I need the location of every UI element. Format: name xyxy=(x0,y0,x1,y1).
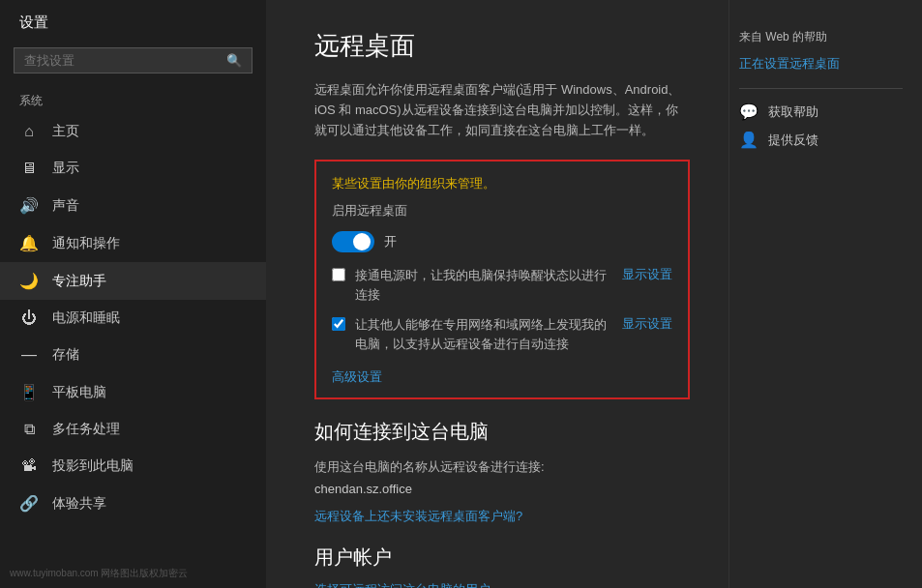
display-icon: 🖥 xyxy=(19,160,39,177)
sidebar-item-notifications[interactable]: 🔔 通知和操作 xyxy=(0,224,266,262)
user-access-link[interactable]: 选择可远程访问这台电脑的用户 xyxy=(314,582,491,588)
focus-icon: 🌙 xyxy=(19,272,39,290)
get-help-item[interactable]: 💬 获取帮助 xyxy=(739,103,903,121)
sidebar-item-home-label: 主页 xyxy=(52,123,79,140)
connect-section-title: 如何连接到这台电脑 xyxy=(314,419,690,445)
sidebar-item-power-label: 电源和睡眠 xyxy=(52,309,120,327)
sidebar-item-display[interactable]: 🖥 显示 xyxy=(0,150,266,187)
show-settings-link-1[interactable]: 显示设置 xyxy=(622,266,672,283)
right-panel-title: 来自 Web 的帮助 xyxy=(739,29,903,45)
search-icon: 🔍 xyxy=(226,53,242,68)
checkbox1-content: 接通电源时，让我的电脑保持唤醒状态以进行连接 xyxy=(332,266,614,304)
main-content: 远程桌面 远程桌面允许你使用远程桌面客户端(适用于 Windows、Androi… xyxy=(266,0,729,588)
sidebar-item-multitask-label: 多任务处理 xyxy=(52,421,120,438)
feedback-label: 提供反馈 xyxy=(768,132,818,149)
sidebar-item-sound[interactable]: 🔊 声音 xyxy=(0,187,266,224)
power-icon: ⏻ xyxy=(19,309,39,327)
checkbox2-label: 让其他人能够在专用网络和域网络上发现我的电脑，以支持从远程设备进行自动连接 xyxy=(355,315,614,353)
right-panel: 来自 Web 的帮助 正在设置远程桌面 💬 获取帮助 👤 提供反馈 xyxy=(729,0,922,588)
setup-remote-link[interactable]: 正在设置远程桌面 xyxy=(739,55,903,73)
sidebar-item-tablet-label: 平板电脑 xyxy=(52,384,106,401)
sidebar: 设置 🔍 系统 ⌂ 主页 🖥 显示 🔊 声音 🔔 通知和操作 🌙 专注助手 ⏻ … xyxy=(0,0,266,588)
page-description: 远程桌面允许你使用远程桌面客户端(适用于 Windows、Android、iOS… xyxy=(314,80,690,140)
show-settings-link-2[interactable]: 显示设置 xyxy=(622,315,672,333)
sidebar-item-tablet[interactable]: 📱 平板电脑 xyxy=(0,373,266,411)
advanced-settings-link[interactable]: 高级设置 xyxy=(332,368,382,386)
storage-icon: — xyxy=(19,346,39,364)
system-section-label: 系统 xyxy=(0,87,266,113)
sidebar-item-storage-label: 存储 xyxy=(52,346,79,364)
checkbox1-label: 接通电源时，让我的电脑保持唤醒状态以进行连接 xyxy=(355,266,614,304)
get-help-label: 获取帮助 xyxy=(768,103,818,121)
search-input[interactable] xyxy=(24,53,226,68)
feedback-icon: 👤 xyxy=(739,131,758,149)
right-panel-divider xyxy=(739,88,903,89)
sidebar-item-focus[interactable]: 🌙 专注助手 xyxy=(0,262,266,300)
discovery-checkbox[interactable] xyxy=(332,317,345,331)
toggle-row: 开 xyxy=(332,231,672,252)
help-icon: 💬 xyxy=(739,103,758,121)
sidebar-item-project-label: 投影到此电脑 xyxy=(52,457,134,475)
multitask-icon: ⧉ xyxy=(19,421,39,438)
sidebar-header: 设置 xyxy=(0,0,266,42)
enable-remote-label: 启用远程桌面 xyxy=(332,202,672,220)
checkbox2-content: 让其他人能够在专用网络和域网络上发现我的电脑，以支持从远程设备进行自动连接 xyxy=(332,315,614,353)
sidebar-item-storage[interactable]: — 存储 xyxy=(0,337,266,373)
sidebar-item-focus-label: 专注助手 xyxy=(52,273,106,290)
sound-icon: 🔊 xyxy=(19,196,39,215)
install-client-link[interactable]: 远程设备上还未安装远程桌面客户端? xyxy=(314,508,690,525)
sidebar-item-home[interactable]: ⌂ 主页 xyxy=(0,113,266,150)
home-icon: ⌂ xyxy=(19,123,39,140)
checkbox1-row: 接通电源时，让我的电脑保持唤醒状态以进行连接 显示设置 xyxy=(332,266,672,315)
sidebar-item-sound-label: 声音 xyxy=(52,197,79,215)
pc-name: chendan.sz.office xyxy=(314,482,690,496)
sidebar-item-display-label: 显示 xyxy=(52,160,79,177)
share-icon: 🔗 xyxy=(19,494,39,513)
sidebar-item-power[interactable]: ⏻ 电源和睡眠 xyxy=(0,300,266,337)
managed-warning: 某些设置由你的组织来管理。 xyxy=(332,175,672,192)
tablet-icon: 📱 xyxy=(19,383,39,401)
search-box[interactable]: 🔍 xyxy=(14,47,253,74)
feedback-item[interactable]: 👤 提供反馈 xyxy=(739,131,903,149)
sidebar-item-notifications-label: 通知和操作 xyxy=(52,235,120,252)
sidebar-item-share-label: 体验共享 xyxy=(52,495,106,513)
sidebar-item-project[interactable]: 📽 投影到此电脑 xyxy=(0,448,266,485)
checkbox2-row: 让其他人能够在专用网络和域网络上发现我的电脑，以支持从远程设备进行自动连接 显示… xyxy=(332,315,672,365)
power-checkbox[interactable] xyxy=(332,268,345,281)
connect-description: 使用这台电脑的名称从远程设备进行连接: xyxy=(314,458,690,476)
managed-section: 某些设置由你的组织来管理。 启用远程桌面 开 接通电源时，让我的电脑保持唤醒状态… xyxy=(314,160,690,399)
notifications-icon: 🔔 xyxy=(19,234,39,252)
project-icon: 📽 xyxy=(19,457,39,475)
sidebar-item-share[interactable]: 🔗 体验共享 xyxy=(0,485,266,522)
sidebar-item-multitask[interactable]: ⧉ 多任务处理 xyxy=(0,411,266,448)
page-title: 远程桌面 xyxy=(314,29,690,63)
toggle-on-label: 开 xyxy=(384,233,397,250)
remote-desktop-toggle[interactable] xyxy=(332,231,374,252)
user-accounts-title: 用户帐户 xyxy=(314,544,690,571)
